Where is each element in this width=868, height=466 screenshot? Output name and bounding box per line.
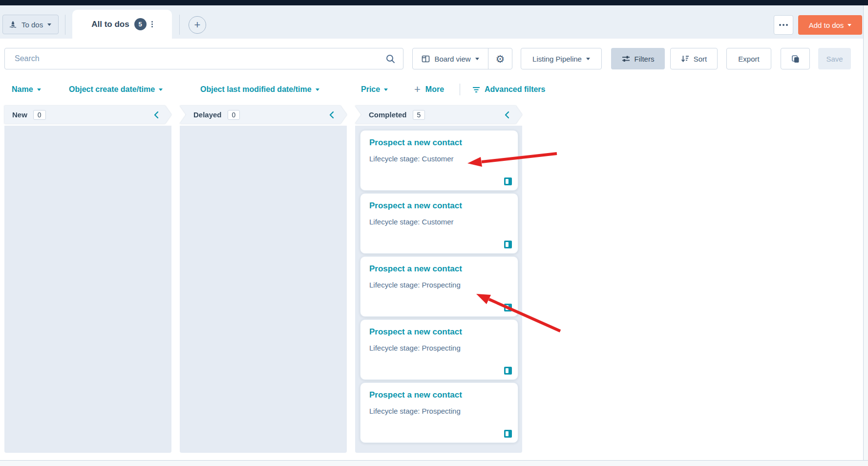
search-input[interactable] — [5, 54, 386, 63]
todo-card[interactable]: Prospect a new contact Lifecycle stage: … — [360, 319, 518, 380]
chevron-left-icon[interactable] — [329, 111, 334, 119]
column-body-delayed — [180, 126, 347, 453]
pipeline-label: Listing Pipeline — [532, 55, 582, 63]
filters-label: Filters — [635, 55, 655, 63]
tab-divider — [179, 15, 180, 35]
card-title[interactable]: Prospect a new contact — [369, 264, 509, 274]
column-count-badge: 0 — [228, 110, 240, 120]
column-delayed: Delayed 0 — [180, 106, 347, 453]
add-to-dos-button[interactable]: Add to dos — [798, 15, 862, 35]
card-subtitle: Lifecycle stage: Customer — [369, 155, 509, 163]
column-completed: Completed 5 Prospect a new contact Lifec… — [355, 106, 522, 453]
pipeline-dropdown[interactable]: Listing Pipeline — [521, 48, 602, 69]
filters-button[interactable]: Filters — [611, 48, 665, 69]
board-columns-icon — [422, 55, 430, 63]
gear-icon: ⚙ — [496, 54, 505, 64]
todos-dropdown-button[interactable]: To dos — [2, 15, 59, 34]
quick-filter-label: Price — [361, 85, 380, 94]
caret-down-icon — [316, 89, 319, 91]
todo-card[interactable]: Prospect a new contact Lifecycle stage: … — [360, 193, 518, 254]
plus-icon: + — [414, 83, 421, 96]
export-label: Export — [738, 55, 759, 63]
tab-count-badge: 5 — [134, 18, 147, 30]
copy-view-button[interactable] — [781, 48, 810, 69]
quick-filter-divider — [460, 84, 460, 95]
quick-filter-create-date[interactable]: Object create date/time — [69, 82, 163, 97]
card-subtitle: Lifecycle stage: Prospecting — [369, 281, 509, 289]
quick-filter-label: Name — [12, 85, 33, 94]
app-window: To dos All to dos 5 + Add to dos — [0, 0, 868, 466]
todo-card[interactable]: Prospect a new contact Lifecycle stage: … — [360, 382, 518, 443]
card-subtitle: Lifecycle stage: Prospecting — [369, 344, 509, 352]
board-card-icon — [504, 367, 512, 375]
todo-card[interactable]: Prospect a new contact Lifecycle stage: … — [360, 130, 518, 191]
caret-down-icon — [37, 89, 41, 91]
magnifier-icon[interactable] — [386, 54, 395, 64]
column-header-completed: Completed 5 — [355, 106, 522, 124]
board-view-label: Board view — [434, 55, 470, 63]
quick-filter-modified-date[interactable]: Object last modified date/time — [200, 82, 319, 97]
board-card-icon — [504, 178, 512, 185]
column-count-badge: 5 — [413, 110, 425, 120]
todos-dropdown-label: To dos — [21, 21, 43, 29]
card-title[interactable]: Prospect a new contact — [369, 201, 509, 211]
card-title[interactable]: Prospect a new contact — [369, 327, 509, 337]
sliders-icon — [622, 55, 630, 63]
card-title[interactable]: Prospect a new contact — [369, 138, 509, 148]
caret-down-icon — [47, 23, 51, 26]
quick-filter-label: Object last modified date/time — [200, 85, 312, 94]
quick-filters-row: Name Object create date/time Object last… — [0, 80, 868, 106]
column-header-new: New 0 — [4, 106, 171, 124]
sort-descending-icon — [681, 55, 689, 63]
quick-filter-more-button[interactable]: + More — [414, 82, 444, 97]
save-label: Save — [826, 55, 843, 63]
column-body-completed: Prospect a new contact Lifecycle stage: … — [355, 126, 522, 453]
board-view-dropdown[interactable]: Board view — [413, 48, 488, 69]
board-settings-button[interactable]: ⚙ — [488, 48, 512, 69]
caret-down-icon — [847, 24, 851, 26]
column-new: New 0 — [4, 106, 171, 453]
column-body-new — [4, 126, 171, 453]
column-count-badge: 0 — [33, 110, 46, 120]
ship-icon — [9, 21, 17, 29]
tab-label: All to dos — [91, 20, 129, 29]
tab-divider — [65, 15, 65, 35]
more-label: More — [425, 85, 444, 94]
sort-button[interactable]: Sort — [670, 48, 718, 69]
more-actions-button[interactable] — [774, 15, 793, 35]
caret-down-icon — [384, 89, 388, 91]
tab-all-to-dos[interactable]: All to dos 5 — [72, 10, 172, 39]
kanban-board: New 0 Delayed 0 — [4, 106, 522, 454]
chevron-left-icon[interactable] — [505, 111, 509, 119]
sort-label: Sort — [694, 55, 707, 63]
card-subtitle: Lifecycle stage: Customer — [369, 218, 509, 226]
toolbar: Board view ⚙ Listing Pipeline Filters — [0, 39, 868, 80]
duplicate-icon — [791, 54, 800, 64]
column-name: New — [12, 111, 27, 119]
chevron-left-icon[interactable] — [154, 111, 159, 119]
todo-card[interactable]: Prospect a new contact Lifecycle stage: … — [360, 256, 518, 317]
column-name: Completed — [369, 111, 407, 119]
card-title[interactable]: Prospect a new contact — [369, 390, 509, 400]
caret-down-icon — [586, 58, 590, 60]
advanced-filters-label: Advanced filters — [485, 85, 545, 94]
scrollbar[interactable] — [863, 5, 868, 460]
kebab-icon[interactable] — [151, 21, 153, 27]
quick-filter-label: Object create date/time — [69, 85, 155, 94]
filter-lines-icon — [472, 86, 481, 93]
column-header-delayed: Delayed 0 — [180, 106, 347, 124]
column-name: Delayed — [193, 111, 222, 119]
save-button[interactable]: Save — [818, 48, 851, 69]
advanced-filters-button[interactable]: Advanced filters — [472, 82, 545, 97]
quick-filter-name[interactable]: Name — [12, 82, 41, 97]
board-card-icon — [504, 304, 512, 311]
board-card-icon — [504, 430, 512, 438]
export-button[interactable]: Export — [726, 48, 771, 69]
add-view-button[interactable]: + — [189, 16, 206, 34]
card-subtitle: Lifecycle stage: Prospecting — [369, 407, 509, 415]
ellipsis-icon — [779, 24, 788, 26]
caret-down-icon — [159, 89, 163, 91]
search-box — [4, 48, 403, 69]
caret-down-icon — [475, 58, 479, 60]
quick-filter-price[interactable]: Price — [361, 82, 388, 97]
